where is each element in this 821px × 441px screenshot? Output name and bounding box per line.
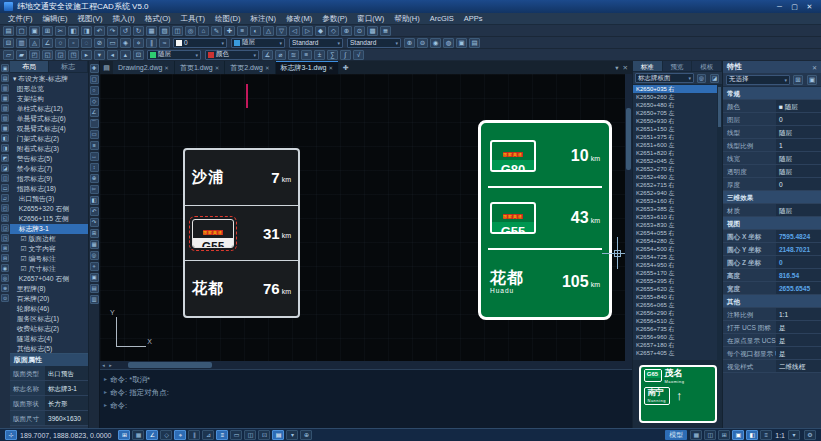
tool-icon[interactable]: ▥ <box>1 84 9 92</box>
property-value[interactable]: 0 <box>776 256 821 268</box>
tree-item[interactable]: 服务区标志(1) <box>10 314 88 324</box>
property-value[interactable]: 随层 <box>776 126 821 138</box>
list-item[interactable]: K2654+950 右 <box>633 261 722 269</box>
menu-item[interactable]: 窗口(W) <box>352 13 389 25</box>
tool-icon[interactable]: ⊙ <box>1 294 9 302</box>
tree-item[interactable]: 图形总览 <box>10 84 88 94</box>
tool-icon[interactable]: ◲ <box>1 224 9 232</box>
tree-item[interactable]: K2655+320 右侧 <box>10 204 88 214</box>
tool-icon[interactable]: ∑ <box>327 50 338 60</box>
tool-icon[interactable]: ▤ <box>3 26 14 36</box>
tool-icon[interactable]: ▣ <box>456 38 467 48</box>
property-value[interactable]: 1 <box>776 139 821 151</box>
status-toggle[interactable]: ▤ <box>272 430 284 440</box>
tool-icon[interactable]: ▤ <box>469 38 480 48</box>
list-item[interactable]: K2653+160 右 <box>633 197 722 205</box>
property-row[interactable]: 图层 0 <box>723 113 821 126</box>
sign-row[interactable]: 国家高速 G55 31 km <box>185 205 298 261</box>
tool-icon[interactable]: ▤ <box>1 74 9 82</box>
property-value[interactable]: 0 <box>776 178 821 190</box>
property-row[interactable]: 版面类型 出口预告 <box>10 366 88 381</box>
tool-icon[interactable]: ⊡ <box>133 50 144 60</box>
panel-tab[interactable]: 标志 <box>49 61 88 72</box>
tool-icon[interactable]: ▤ <box>90 284 99 293</box>
tool-icon[interactable]: ◉ <box>1 264 9 272</box>
preview-sign[interactable]: G65 茂名 Maoming 南宁 Nanning ↑ <box>639 365 717 423</box>
tool-icon[interactable]: ▭ <box>90 130 99 139</box>
sign-row[interactable]: 花都 Huadu 105 km <box>481 250 609 314</box>
tool-icon[interactable]: ≈ <box>159 38 170 48</box>
tool-icon[interactable]: ◧ <box>1 134 9 142</box>
tool-icon[interactable]: ▢ <box>90 75 99 84</box>
property-row[interactable]: 版面尺寸 3960×1630 <box>10 411 88 426</box>
tool-icon[interactable]: ◫ <box>1 174 9 182</box>
tree-item[interactable]: 百米牌(20) <box>10 294 88 304</box>
status-icon[interactable]: ▦ <box>690 430 702 440</box>
tool-icon[interactable]: ▢ <box>16 26 27 36</box>
tool-icon[interactable]: ◎ <box>185 26 196 36</box>
tool-icon[interactable]: ▩ <box>367 26 378 36</box>
minimize-button[interactable]: ─ <box>772 3 787 11</box>
left-sign-panel[interactable]: 沙浦 7 km 国家高速 G55 31 km 花都 76 km <box>183 148 300 318</box>
menu-item[interactable]: 编辑(E) <box>38 13 73 25</box>
list-item[interactable]: K2654+725 左 <box>633 253 722 261</box>
tool-icon[interactable]: ⊞ <box>42 26 53 36</box>
list-item[interactable]: K2656+290 右 <box>633 309 722 317</box>
tree-item[interactable]: 指示标志(9) <box>10 174 88 184</box>
property-row[interactable]: 线宽 随层 <box>723 152 821 165</box>
tool-icon[interactable]: ▾ <box>94 50 105 60</box>
drawing-canvas[interactable]: 沙浦 7 km 国家高速 G55 31 km 花都 76 km 国家高速 G80 <box>100 74 632 361</box>
tool-icon[interactable]: ◆ <box>315 26 326 36</box>
tool-icon[interactable]: ◍ <box>443 38 454 48</box>
status-toggle[interactable]: ▦ <box>132 430 144 440</box>
tool-icon[interactable]: ▣ <box>90 273 99 282</box>
property-row[interactable]: 每个视口都显示 UCS 图标 是 <box>723 347 821 360</box>
list-item[interactable]: K2652+490 左 <box>633 173 722 181</box>
list-item[interactable]: K2652+940 左 <box>633 189 722 197</box>
list-item[interactable]: K2657+405 左 <box>633 349 722 357</box>
tree-item[interactable]: ☑ 文字内容 <box>10 244 88 254</box>
list-item[interactable]: K2650+035 右 <box>633 85 722 93</box>
list-item[interactable]: K2654+280 左 <box>633 237 722 245</box>
tool-icon[interactable]: ◐ <box>250 26 261 36</box>
tree-item[interactable]: 支架结构 <box>10 94 88 104</box>
property-row[interactable]: 高度 816.54 <box>723 269 821 282</box>
panel-tab[interactable]: 布局 <box>10 61 49 72</box>
status-toggle[interactable]: ≡ <box>216 430 228 440</box>
close-drawing-icon[interactable]: ✕ <box>623 64 628 72</box>
tool-icon[interactable]: ⊞ <box>1 244 9 252</box>
tool-icon[interactable]: ⊞ <box>90 229 99 238</box>
property-value[interactable]: 是 <box>776 334 821 346</box>
tool-icon[interactable]: ↶ <box>94 26 105 36</box>
list-item[interactable]: K2653+830 左 <box>633 221 722 229</box>
property-value[interactable]: ■ 随层 <box>776 100 821 112</box>
list-item[interactable]: K2656+065 左 <box>633 301 722 309</box>
tree-item[interactable]: 其他标志(5) <box>10 344 88 353</box>
menu-item[interactable]: ArcGIS <box>425 13 459 25</box>
list-item[interactable]: K2651+375 右 <box>633 133 722 141</box>
sign-row[interactable]: 花都 76 km <box>185 260 298 316</box>
home-tab-icon[interactable]: ▤ <box>100 64 113 72</box>
pin-icon[interactable]: ◪ <box>710 74 719 83</box>
tool-icon[interactable]: ◂ <box>107 50 118 60</box>
tool-icon[interactable]: ○ <box>55 38 66 48</box>
property-row[interactable]: 线型比例 1 <box>723 139 821 152</box>
scroll-right-icon[interactable]: ▸ <box>107 362 114 368</box>
status-icon[interactable]: ▣ <box>732 430 744 440</box>
status-toggle[interactable]: ◫ <box>244 430 256 440</box>
annotation-scale[interactable]: 1:1 <box>775 432 785 439</box>
tool-icon[interactable]: ∠ <box>90 108 99 117</box>
close-panel-icon[interactable]: ✕ <box>812 64 817 71</box>
menu-item[interactable]: 绘图(D) <box>210 13 245 25</box>
list-item[interactable]: K2655+840 右 <box>633 293 722 301</box>
tool-icon[interactable]: ▥ <box>90 295 99 304</box>
property-value[interactable]: 随层 <box>776 165 821 177</box>
tool-icon[interactable]: ≅ <box>288 50 299 60</box>
tree-item[interactable]: 门架式标志(2) <box>10 134 88 144</box>
tool-icon[interactable]: ◫ <box>172 26 183 36</box>
document-tab[interactable]: Drawing2.dwg ✕ <box>113 61 175 74</box>
tool-icon[interactable]: ≡ <box>237 26 248 36</box>
list-item[interactable]: K2653+610 右 <box>633 213 722 221</box>
menu-item[interactable]: 格式(O) <box>140 13 176 25</box>
toolbar-combo[interactable]: 随层 ▾ <box>147 50 201 60</box>
